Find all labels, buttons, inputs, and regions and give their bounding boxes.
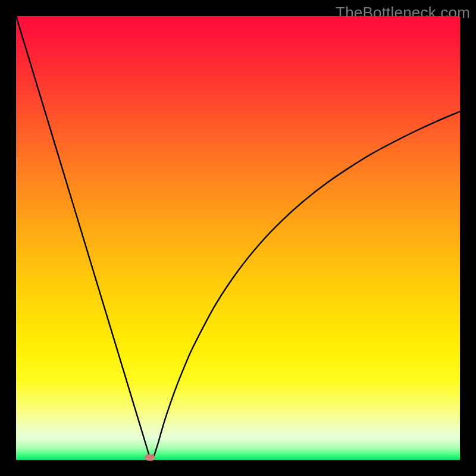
curve-layer [16, 16, 460, 460]
plot-area [16, 16, 460, 460]
minimum-marker [145, 454, 155, 461]
bottleneck-curve [16, 16, 460, 459]
chart-frame: TheBottleneck.com [0, 0, 476, 476]
